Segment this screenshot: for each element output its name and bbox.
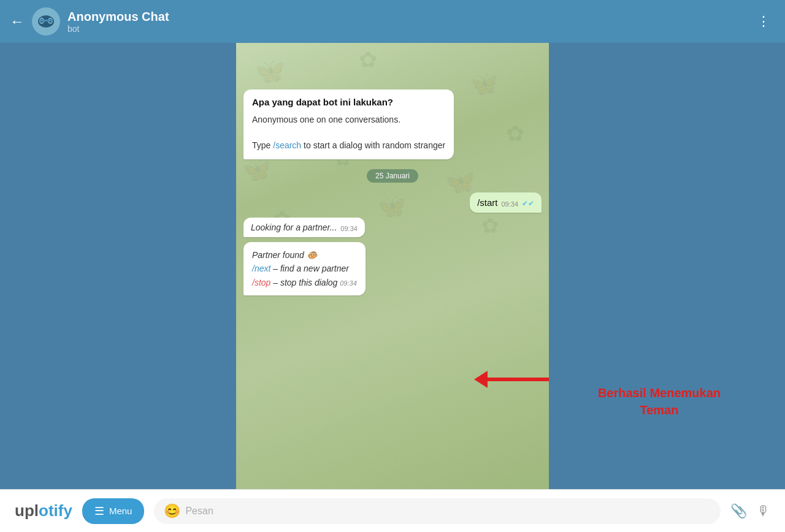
stop-link[interactable]: /stop (252, 278, 270, 287)
partner-time: 09:34 (340, 279, 357, 287)
brand-part2: otify (39, 501, 72, 520)
chat-area: 🦋 ✿ 🦋 ✿ 🦋 ✿ 🦋 ✿ 🦋 ✿ 🦋 ✿ Apa yang dapat b… (236, 43, 549, 489)
menu-button[interactable]: ☰ Menu (82, 498, 145, 524)
message-input-placeholder[interactable]: Pesan (185, 506, 711, 517)
menu-icon: ☰ (94, 504, 104, 518)
sticker-icon[interactable]: 😊 (164, 503, 180, 519)
message-input-area: 😊 Pesan (154, 498, 721, 524)
more-options-button[interactable]: ⋮ (752, 11, 775, 32)
partner-found-text: Partner found 🐵 /next – find a new partn… (252, 248, 357, 289)
looking-bubble: Looking for a partner... 09:34 (243, 218, 365, 237)
menu-label: Menu (109, 506, 132, 516)
back-button[interactable]: ← (10, 13, 25, 30)
user-message-start: /start 09:34 ✔✔ (470, 192, 542, 213)
bot-avatar (32, 7, 60, 36)
looking-time: 09:34 (340, 225, 358, 232)
attach-button[interactable]: 📎 (730, 503, 747, 519)
chat-header: ← Anonymous Chat bot ⋮ (0, 0, 785, 43)
bot-name: Anonymous Chat (67, 10, 752, 24)
bubble-bot-title: Apa yang dapat bot ini lakukan? (252, 97, 445, 107)
bubble-bot-line1: Anonymous one on one conversations. Type… (252, 113, 445, 152)
user-message-text: /start (477, 197, 497, 208)
annotation-text: Berhasil Menemukan Teman (598, 384, 721, 419)
partner-found-bubble: Partner found 🐵 /next – find a new partn… (243, 242, 366, 295)
svg-rect-5 (39, 20, 53, 21)
date-separator: 25 Januari (367, 169, 418, 183)
brand-logo: uplotify (15, 501, 72, 520)
user-message-time: 09:34 (501, 200, 518, 208)
message-read-check: ✔✔ (522, 199, 534, 208)
messages-list: Apa yang dapat bot ini lakukan? Anonymou… (236, 43, 549, 489)
bottom-toolbar: uplotify ☰ Menu 😊 Pesan 📎 🎙 (0, 489, 785, 532)
mic-button[interactable]: 🎙 (757, 503, 770, 519)
search-link[interactable]: /search (273, 140, 301, 150)
next-link[interactable]: /next (252, 264, 270, 273)
bot-info: Anonymous Chat bot (67, 10, 752, 34)
looking-text: Looking for a partner... (251, 222, 337, 232)
brand-part1: upl (15, 501, 39, 520)
bot-subtitle: bot (67, 24, 752, 34)
bot-info-bubble: Apa yang dapat bot ini lakukan? Anonymou… (243, 89, 454, 159)
